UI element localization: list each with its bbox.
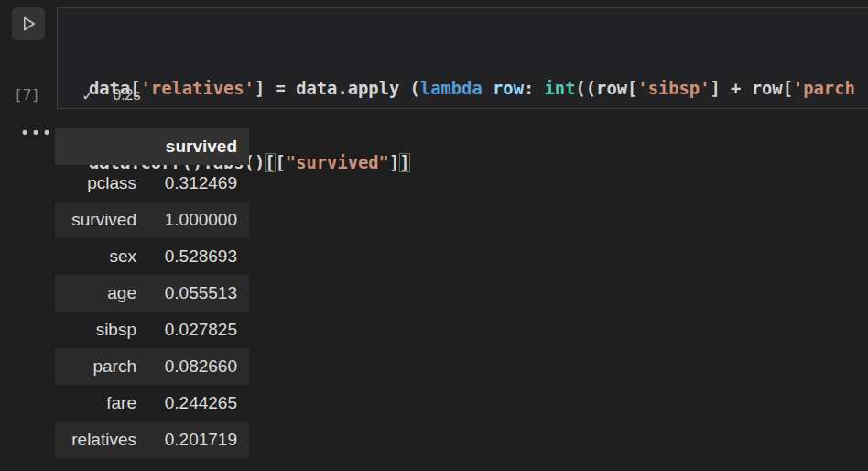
row-label: relatives <box>55 422 139 458</box>
row-value: 0.244265 <box>139 385 249 422</box>
table-row: survived1.000000 <box>55 202 249 238</box>
row-value: 0.027825 <box>139 312 249 348</box>
row-label: pclass <box>55 165 139 202</box>
run-cell-button[interactable] <box>12 7 45 40</box>
play-icon <box>19 15 38 33</box>
table-row: sex0.528693 <box>55 238 249 275</box>
row-label: sibsp <box>55 312 139 348</box>
row-value: 0.082660 <box>139 348 249 385</box>
row-label: parch <box>55 348 139 385</box>
success-check-icon: ✓ <box>81 88 94 104</box>
table-row: parch0.082660 <box>55 348 249 385</box>
table-row: fare0.244265 <box>55 385 249 422</box>
row-label: survived <box>55 202 139 238</box>
execution-duration: 0.2s <box>113 87 140 104</box>
row-value: 0.528693 <box>139 238 249 275</box>
notebook-view: { "syntax_colors": { "plain": "#d4d4d4",… <box>0 0 868 471</box>
table-column-header: survived <box>139 128 249 165</box>
dataframe-output-table: survived pclass0.312469 survived1.000000… <box>55 128 249 458</box>
cell-editor[interactable]: data['relatives'] = data.apply (lambda r… <box>57 7 868 109</box>
execution-count: [7] <box>14 86 40 104</box>
row-value: 0.055513 <box>139 275 249 312</box>
row-value: 0.312469 <box>139 165 249 202</box>
code-token-bracket-match: [ <box>265 153 275 172</box>
table-row: sibsp0.027825 <box>55 312 249 348</box>
output-more-actions-icon[interactable]: ••• <box>20 124 53 142</box>
table-row: pclass0.312469 <box>55 165 249 202</box>
row-label: sex <box>55 238 139 275</box>
row-value: 0.201719 <box>139 422 249 458</box>
cell-status-bar: ✓ 0.2s <box>59 83 868 107</box>
code-token-bracket-match: ] <box>399 153 409 172</box>
code-token: ] <box>389 153 399 172</box>
table-header-row: survived <box>55 128 249 165</box>
table-row: relatives0.201719 <box>55 422 249 458</box>
row-value: 1.000000 <box>139 202 249 238</box>
code-token-string: "survived" <box>286 153 389 172</box>
row-label: age <box>55 275 139 312</box>
table-corner-cell <box>55 128 139 165</box>
table-row: age0.055513 <box>55 275 249 312</box>
code-token: [ <box>276 153 286 172</box>
row-label: fare <box>55 385 139 422</box>
